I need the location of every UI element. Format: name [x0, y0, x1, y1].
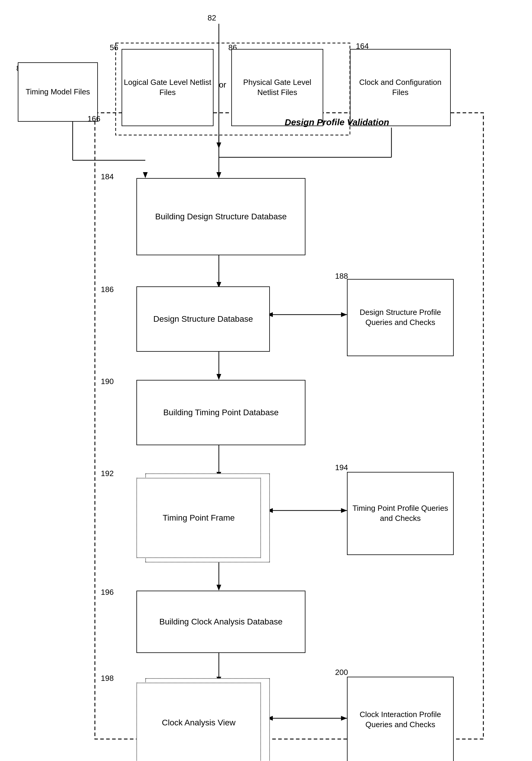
physical-gate-label: Physical Gate Level Netlist Files — [232, 78, 323, 98]
logical-gate-label: Logical Gate Level Netlist Files — [122, 78, 213, 98]
clock-analysis-view-label: Clock Analysis View — [162, 717, 236, 728]
physical-gate-box: Physical Gate Level Netlist Files — [231, 49, 323, 126]
ref-166: 166 — [87, 114, 100, 124]
ref-192: 192 — [101, 469, 114, 478]
diagram-container: 82 88 Timing Model Files 56 Logical Gate… — [0, 0, 532, 761]
clock-interaction-queries-box: Clock Interaction Profile Queries and Ch… — [347, 677, 454, 761]
ref-188: 188 — [335, 271, 348, 281]
design-structure-queries-label: Design Structure Profile Queries and Che… — [347, 308, 453, 328]
design-structure-db-box: Design Structure Database — [136, 286, 270, 352]
timing-point-queries-label: Timing Point Profile Queries and Checks — [347, 503, 453, 524]
clock-config-box: Clock and Configuration Files — [350, 49, 451, 126]
ref-82: 82 — [208, 13, 216, 23]
ref-190: 190 — [101, 377, 114, 386]
building-clock-db-box: Building Clock Analysis Database — [136, 591, 305, 653]
building-timing-db-label: Building Timing Point Database — [163, 407, 279, 418]
ref-184: 184 — [101, 172, 114, 181]
ref-200: 200 — [335, 668, 348, 677]
svg-marker-11 — [143, 172, 148, 178]
design-structure-queries-box: Design Structure Profile Queries and Che… — [347, 279, 454, 356]
timing-model-files-label: Timing Model Files — [26, 87, 90, 97]
svg-marker-5 — [217, 172, 221, 178]
svg-marker-8 — [217, 172, 221, 178]
timing-point-frame-label: Timing Point Frame — [163, 512, 235, 523]
clock-interaction-queries-label: Clock Interaction Profile Queries and Ch… — [347, 710, 453, 730]
building-design-db-label: Building Design Structure Database — [155, 211, 287, 222]
design-structure-db-label: Design Structure Database — [153, 314, 253, 324]
svg-marker-25 — [217, 585, 221, 591]
clock-analysis-view-box: Clock Analysis View — [136, 683, 261, 761]
svg-marker-22 — [341, 508, 347, 513]
or-label: or — [219, 80, 226, 89]
ref-186: 186 — [101, 285, 114, 294]
timing-point-queries-box: Timing Point Profile Queries and Checks — [347, 472, 454, 555]
svg-marker-18 — [217, 374, 221, 380]
clock-config-label: Clock and Configuration Files — [350, 78, 450, 98]
ref-198: 198 — [101, 674, 114, 683]
logical-gate-box: Logical Gate Level Netlist Files — [122, 49, 214, 126]
design-profile-label: Design Profile Validation — [285, 117, 389, 127]
building-clock-db-label: Building Clock Analysis Database — [159, 616, 283, 627]
svg-marker-29 — [341, 716, 347, 721]
ref-194: 194 — [335, 463, 348, 472]
ref-56: 56 — [110, 43, 118, 52]
timing-model-files-box: Timing Model Files — [18, 62, 98, 122]
svg-marker-15 — [341, 312, 347, 317]
design-profile-validation-text: Design Profile Validation — [285, 117, 389, 127]
svg-marker-3 — [217, 143, 221, 148]
ref-196: 196 — [101, 588, 114, 597]
timing-point-frame-box: Timing Point Frame — [136, 478, 261, 558]
building-timing-db-box: Building Timing Point Database — [136, 380, 305, 445]
building-design-db-box: Building Design Structure Database — [136, 178, 305, 255]
